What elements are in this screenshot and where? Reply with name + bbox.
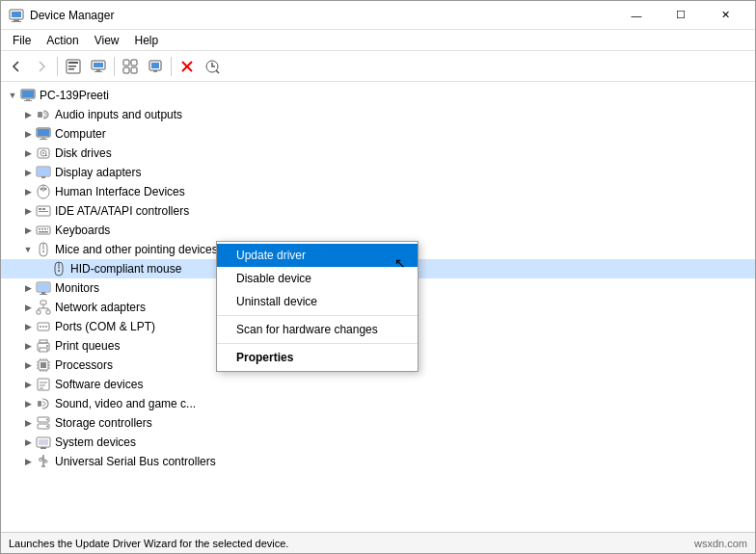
svg-rect-1 bbox=[12, 12, 21, 17]
menu-bar: File Action View Help bbox=[1, 30, 755, 51]
svg-rect-2 bbox=[14, 19, 19, 21]
svg-point-54 bbox=[42, 251, 44, 252]
svg-rect-48 bbox=[41, 228, 43, 230]
svg-rect-7 bbox=[68, 68, 74, 70]
svg-rect-23 bbox=[22, 91, 34, 97]
svg-rect-12 bbox=[123, 60, 129, 66]
expand-icon-print: ▶ bbox=[20, 338, 36, 354]
context-menu-scan-hardware[interactable]: Scan for hardware changes bbox=[217, 318, 418, 341]
maximize-button[interactable]: ☐ bbox=[659, 1, 703, 30]
svg-rect-11 bbox=[94, 71, 102, 72]
toolbar-properties-button[interactable] bbox=[62, 55, 85, 78]
icon-mouse bbox=[36, 242, 51, 257]
toolbar-show-hidden-button[interactable] bbox=[119, 55, 142, 78]
icon-hid bbox=[36, 184, 51, 199]
menu-view[interactable]: View bbox=[87, 32, 127, 49]
tree-item-software[interactable]: ▶ Software devices bbox=[1, 375, 755, 394]
tree-item-audio[interactable]: ▶ Audio inputs and outputs bbox=[1, 105, 755, 124]
svg-rect-5 bbox=[68, 62, 78, 64]
context-menu-properties[interactable]: Properties bbox=[217, 346, 418, 369]
context-menu-properties-label: Properties bbox=[236, 351, 293, 364]
svg-rect-17 bbox=[151, 63, 159, 68]
svg-point-70 bbox=[40, 326, 41, 328]
expand-icon-monitors: ▶ bbox=[20, 280, 36, 296]
tree-label-disk: Disk drives bbox=[55, 146, 112, 160]
toolbar-separator-1 bbox=[57, 57, 58, 76]
context-menu-disable-device[interactable]: Disable device bbox=[217, 267, 418, 290]
svg-rect-24 bbox=[26, 98, 30, 100]
svg-point-106 bbox=[40, 459, 42, 462]
tree-item-disk[interactable]: ▶ Disk drives bbox=[1, 144, 755, 163]
tree-item-ide[interactable]: ▶ IDE ATA/ATAPI controllers bbox=[1, 201, 755, 221]
toolbar-uninstall-button[interactable] bbox=[176, 55, 199, 78]
svg-rect-18 bbox=[153, 70, 157, 72]
close-button[interactable]: ✕ bbox=[703, 1, 747, 30]
toolbar-separator-3 bbox=[171, 57, 172, 76]
tree-item-computer[interactable]: ▶ Computer bbox=[1, 124, 755, 144]
tree-item-storage[interactable]: ▶ Storage controllers bbox=[1, 413, 755, 433]
tree-item-display[interactable]: ▶ Display adapters bbox=[1, 163, 755, 182]
svg-rect-49 bbox=[44, 228, 46, 230]
svg-rect-14 bbox=[123, 67, 129, 73]
svg-point-33 bbox=[42, 152, 44, 154]
svg-point-76 bbox=[46, 345, 48, 347]
tree-item-root[interactable]: ▼ PC-139Preeti bbox=[1, 86, 755, 105]
svg-rect-25 bbox=[24, 100, 32, 101]
svg-rect-46 bbox=[37, 226, 50, 234]
status-brand: wsxdn.com bbox=[694, 538, 747, 549]
tree-label-hid: Human Interface Devices bbox=[55, 185, 185, 198]
context-menu-uninstall-device[interactable]: Uninstall device bbox=[217, 290, 418, 313]
toolbar-forward-button[interactable] bbox=[30, 55, 53, 78]
icon-audio bbox=[36, 107, 51, 122]
icon-network bbox=[36, 300, 51, 315]
menu-action[interactable]: Action bbox=[39, 32, 86, 49]
svg-rect-59 bbox=[38, 283, 49, 291]
expand-icon-usb: ▶ bbox=[20, 454, 36, 469]
tree-item-keyboards[interactable]: ▶ Keyboards bbox=[1, 221, 755, 240]
svg-rect-13 bbox=[131, 60, 137, 66]
tree-item-sound[interactable]: ▶ Sound, video and game c... bbox=[1, 394, 755, 413]
icon-sound bbox=[36, 396, 51, 411]
toolbar bbox=[1, 51, 755, 82]
menu-file[interactable]: File bbox=[5, 32, 39, 49]
expand-icon-storage: ▶ bbox=[20, 415, 36, 431]
expand-icon-keyboards: ▶ bbox=[20, 223, 36, 238]
status-bar: Launches the Update Driver Wizard for th… bbox=[1, 532, 755, 553]
svg-rect-10 bbox=[96, 69, 100, 71]
svg-rect-60 bbox=[41, 292, 45, 294]
tree-label-audio: Audio inputs and outputs bbox=[55, 108, 182, 121]
tree-item-hid[interactable]: ▶ Human Interface Devices bbox=[1, 182, 755, 201]
tree-item-usb[interactable]: ▶ Universal Serial Bus controllers bbox=[1, 452, 755, 471]
minimize-button[interactable]: — bbox=[614, 1, 659, 30]
context-menu-uninstall-device-label: Uninstall device bbox=[236, 295, 317, 308]
svg-rect-44 bbox=[42, 208, 45, 210]
expand-icon-mice: ▼ bbox=[20, 242, 36, 257]
icon-ports bbox=[36, 319, 51, 334]
svg-rect-43 bbox=[39, 208, 41, 210]
svg-rect-34 bbox=[45, 155, 47, 156]
toolbar-resources-button[interactable] bbox=[144, 55, 167, 78]
expand-icon-audio: ▶ bbox=[20, 107, 36, 122]
menu-help[interactable]: Help bbox=[127, 32, 167, 49]
svg-rect-36 bbox=[38, 168, 49, 175]
icon-usb bbox=[36, 454, 51, 469]
tree-item-system[interactable]: ▶ System devices bbox=[1, 433, 755, 452]
tree-label-ide: IDE ATA/ATAPI controllers bbox=[55, 204, 189, 218]
svg-rect-75 bbox=[40, 348, 47, 352]
context-menu-disable-device-label: Disable device bbox=[236, 272, 311, 285]
tree-label-software: Software devices bbox=[55, 378, 143, 391]
status-text: Launches the Update Driver Wizard for th… bbox=[9, 538, 694, 549]
tree-label-processors: Processors bbox=[55, 358, 113, 372]
svg-rect-107 bbox=[44, 461, 47, 462]
title-bar-icon bbox=[9, 8, 24, 23]
toolbar-device-manager-button[interactable] bbox=[87, 55, 110, 78]
tree-label-storage: Storage controllers bbox=[55, 416, 152, 430]
tree-label-sound: Sound, video and game c... bbox=[55, 397, 196, 410]
svg-rect-15 bbox=[131, 67, 137, 73]
expand-icon-ide: ▶ bbox=[20, 203, 36, 219]
icon-disk bbox=[36, 145, 51, 161]
toolbar-back-button[interactable] bbox=[5, 55, 28, 78]
toolbar-scan-button[interactable] bbox=[201, 55, 224, 78]
icon-keyboard bbox=[36, 223, 51, 238]
context-menu-update-driver[interactable]: Update driver bbox=[217, 244, 418, 267]
